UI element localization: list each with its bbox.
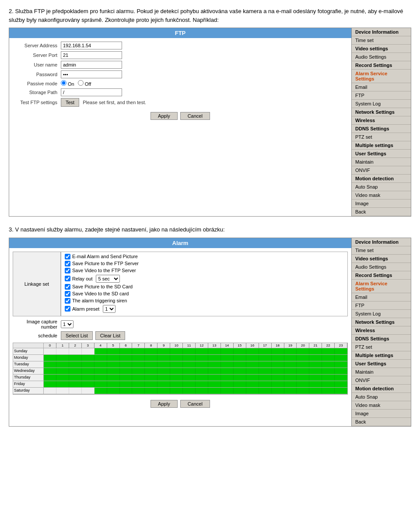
s-fri-9[interactable] [158, 381, 170, 387]
sidebar2-item-10[interactable]: Wireless [352, 326, 411, 335]
s-thu-17[interactable] [259, 375, 272, 381]
s-thu-20[interactable] [297, 375, 309, 381]
s-tue-5[interactable] [107, 361, 120, 368]
s-tue-19[interactable] [284, 361, 297, 368]
s-mon-14[interactable] [221, 355, 234, 361]
s-sun-10[interactable] [170, 348, 183, 354]
sidebar1-item-21[interactable]: Back [352, 208, 411, 216]
s-wed-23[interactable] [335, 368, 347, 374]
s-wed-9[interactable] [158, 368, 170, 374]
s-sun-3[interactable] [82, 348, 94, 354]
s-sun-13[interactable] [208, 348, 221, 354]
sidebar1-item-1[interactable]: Time set [352, 36, 411, 45]
s-thu-18[interactable] [272, 375, 284, 381]
ftp-passive-on-radio[interactable] [61, 80, 66, 86]
s-fri-1[interactable] [56, 381, 69, 387]
s-fri-22[interactable] [322, 381, 335, 387]
s-tue-23[interactable] [335, 361, 347, 368]
s-sun-6[interactable] [120, 348, 133, 354]
s-tue-8[interactable] [145, 361, 158, 368]
s-fri-2[interactable] [69, 381, 82, 387]
s-sat-18[interactable] [272, 388, 284, 394]
s-sun-5[interactable] [107, 348, 120, 354]
s-wed-3[interactable] [82, 368, 94, 374]
alarm-image-capture-select[interactable]: 1 2 3 [61, 320, 74, 328]
s-mon-12[interactable] [196, 355, 208, 361]
s-thu-1[interactable] [56, 375, 69, 381]
ftp-storage-path-input[interactable] [61, 88, 122, 96]
s-fri-15[interactable] [234, 381, 246, 387]
sidebar2-item-4[interactable]: Record Settings [352, 271, 411, 280]
s-mon-5[interactable] [107, 355, 120, 361]
sidebar1-item-2[interactable]: Video settings [352, 45, 411, 53]
s-thu-6[interactable] [120, 375, 133, 381]
s-fri-5[interactable] [107, 381, 120, 387]
s-sat-11[interactable] [183, 388, 196, 394]
s-thu-23[interactable] [335, 375, 347, 381]
s-thu-3[interactable] [82, 375, 94, 381]
sidebar2-item-17[interactable]: Motion detection [352, 385, 411, 393]
s-fri-23[interactable] [335, 381, 347, 387]
alarm-check-sd-pic-input[interactable] [65, 284, 70, 290]
s-fri-10[interactable] [170, 381, 183, 387]
s-wed-21[interactable] [309, 368, 322, 374]
s-fri-21[interactable] [309, 381, 322, 387]
s-wed-0[interactable] [44, 368, 56, 374]
alarm-check-relay-input[interactable] [65, 276, 70, 281]
sidebar1-item-13[interactable]: Multiple settings [352, 141, 411, 150]
s-fri-17[interactable] [259, 381, 272, 387]
s-wed-22[interactable] [322, 368, 335, 374]
s-sun-11[interactable] [183, 348, 196, 354]
alarm-relay-select[interactable]: 5 sec 10 sec 30 sec [96, 275, 120, 283]
s-fri-0[interactable] [44, 381, 56, 387]
s-sat-2[interactable] [69, 388, 82, 394]
s-sat-16[interactable] [246, 388, 259, 394]
s-mon-21[interactable] [309, 355, 322, 361]
s-fri-3[interactable] [82, 381, 94, 387]
sidebar2-item-15[interactable]: Maintain [352, 368, 411, 376]
sidebar1-item-12[interactable]: PTZ set [352, 133, 411, 141]
s-mon-20[interactable] [297, 355, 309, 361]
s-sat-12[interactable] [196, 388, 208, 394]
s-sun-4[interactable] [94, 348, 107, 354]
ftp-server-address-input[interactable] [61, 42, 122, 49]
sidebar2-item-2[interactable]: Video settings [352, 255, 411, 263]
alarm-check-ftp-pic-input[interactable] [65, 261, 70, 266]
s-sun-22[interactable] [322, 348, 335, 354]
s-thu-21[interactable] [309, 375, 322, 381]
s-tue-6[interactable] [120, 361, 133, 368]
s-fri-19[interactable] [284, 381, 297, 387]
s-fri-4[interactable] [94, 381, 107, 387]
sidebar1-item-9[interactable]: Network Settings [352, 108, 411, 116]
s-wed-7[interactable] [132, 368, 145, 374]
sidebar2-item-19[interactable]: Video mask [352, 401, 411, 410]
s-sat-15[interactable] [234, 388, 246, 394]
alarm-clear-list-button[interactable]: Clear List [95, 331, 125, 340]
s-sat-1[interactable] [56, 388, 69, 394]
s-wed-15[interactable] [234, 368, 246, 374]
s-thu-15[interactable] [234, 375, 246, 381]
s-sun-8[interactable] [145, 348, 158, 354]
sidebar2-item-5[interactable]: Alarm Service Settings [352, 280, 411, 293]
s-wed-4[interactable] [94, 368, 107, 374]
s-tue-13[interactable] [208, 361, 221, 368]
s-sat-8[interactable] [145, 388, 158, 394]
sidebar2-item-9[interactable]: Network Settings [352, 318, 411, 326]
s-sat-13[interactable] [208, 388, 221, 394]
s-wed-18[interactable] [272, 368, 284, 374]
sidebar1-item-11[interactable]: DDNS Settings [352, 125, 411, 133]
s-tue-7[interactable] [132, 361, 145, 368]
alarm-apply-button[interactable]: Apply [150, 400, 178, 408]
sidebar1-item-4[interactable]: Record Settings [352, 61, 411, 70]
s-fri-6[interactable] [120, 381, 133, 387]
s-tue-1[interactable] [56, 361, 69, 368]
s-fri-7[interactable] [132, 381, 145, 387]
s-thu-5[interactable] [107, 375, 120, 381]
s-fri-11[interactable] [183, 381, 196, 387]
sidebar1-item-6[interactable]: Email [352, 83, 411, 91]
alarm-check-siren-input[interactable] [65, 298, 70, 304]
alarm-check-sd-vid-input[interactable] [65, 291, 70, 297]
s-mon-1[interactable] [56, 355, 69, 361]
s-thu-19[interactable] [284, 375, 297, 381]
ftp-server-port-input[interactable] [61, 51, 122, 59]
